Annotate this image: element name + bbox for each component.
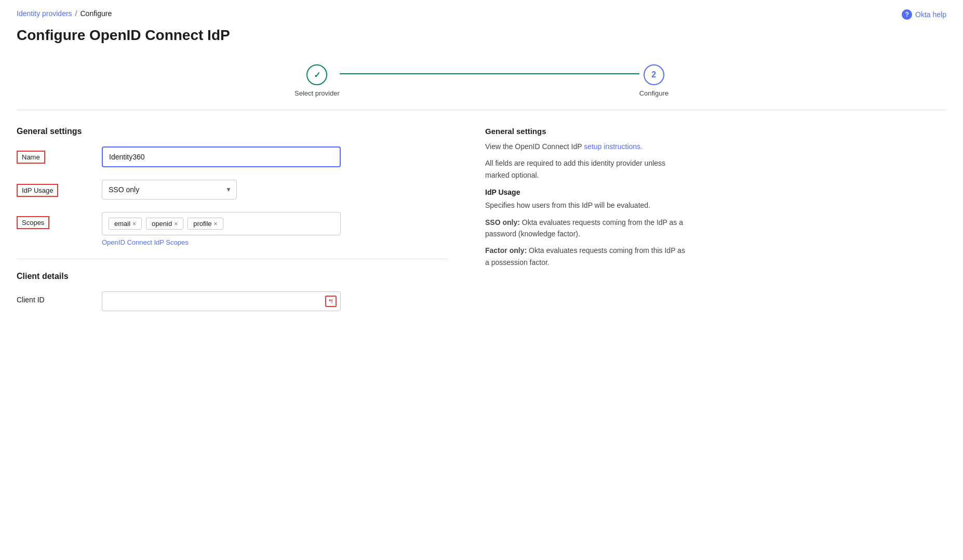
idp-usage-label: IdP Usage	[17, 184, 58, 197]
help-factor-only-text: Factor only: Okta evaluates requests com…	[485, 245, 687, 268]
name-label-wrapper: Name	[17, 146, 89, 164]
client-id-label: Client ID	[17, 296, 45, 304]
name-input-wrapper: Identity360	[102, 146, 341, 167]
help-sso-only-label: SSO only:	[485, 218, 520, 226]
idp-usage-field-row: IdP Usage SSO only Factor only ▼	[17, 180, 448, 199]
scopes-label-wrapper: Scopes	[17, 212, 89, 229]
stepper: ✓ Select provider 2 Configure	[0, 56, 963, 110]
setup-instructions-link[interactable]: setup instructions.	[584, 142, 643, 151]
help-idp-usage-title: IdP Usage	[485, 188, 687, 196]
tag-email: email ×	[109, 218, 142, 230]
idp-usage-label-wrapper: IdP Usage	[17, 180, 89, 197]
breadcrumb-identity-providers-link[interactable]: Identity providers	[17, 9, 72, 18]
tag-profile: profile ×	[188, 218, 223, 230]
name-input[interactable]: Identity360	[102, 146, 341, 167]
help-intro-text: View the OpenID Connect IdP setup instru…	[485, 141, 687, 152]
help-link-text: Okta help	[915, 10, 946, 19]
help-sso-only-text: SSO only: Okta evaluates requests coming…	[485, 217, 687, 240]
help-panel-title: General settings	[485, 127, 687, 136]
scopes-input-wrapper: email × openid × profile × OpenID Connec…	[102, 212, 341, 246]
tag-openid-remove[interactable]: ×	[174, 221, 178, 227]
client-id-label-wrapper: Client ID	[17, 291, 89, 304]
general-settings-title: General settings	[17, 127, 448, 136]
tag-profile-remove[interactable]: ×	[214, 221, 218, 227]
tag-email-label: email	[114, 220, 130, 228]
breadcrumb-separator: /	[75, 9, 77, 18]
breadcrumb-current: Configure	[81, 9, 112, 18]
step-1-circle: ✓	[306, 64, 327, 85]
step-2-circle: 2	[644, 64, 664, 85]
okta-help-link[interactable]: ? Okta help	[902, 9, 946, 20]
idp-usage-select[interactable]: SSO only Factor only	[102, 180, 237, 199]
form-area: General settings Name Identity360 IdP Us…	[17, 127, 469, 324]
client-id-input[interactable]	[102, 291, 341, 311]
step-2-label: Configure	[639, 89, 668, 97]
client-details-title: Client details	[17, 272, 448, 281]
name-label: Name	[17, 151, 45, 164]
tag-profile-label: profile	[193, 220, 211, 228]
scopes-tags-container[interactable]: email × openid × profile ×	[102, 212, 341, 235]
client-id-input-wrapper: *!	[102, 291, 341, 311]
step-1-label: Select provider	[295, 89, 340, 97]
idp-usage-select-wrapper: SSO only Factor only ▼	[102, 180, 237, 199]
name-field-row: Name Identity360	[17, 146, 448, 167]
breadcrumb: Identity providers / Configure	[0, 0, 963, 23]
step-connector-line	[340, 73, 639, 74]
step-2: 2 Configure	[639, 64, 668, 97]
idp-usage-input-wrapper: SSO only Factor only ▼	[102, 180, 341, 199]
help-idp-usage-description: Specifies how users from this IdP will b…	[485, 199, 687, 211]
tag-email-remove[interactable]: ×	[132, 221, 136, 227]
help-factor-only-label: Factor only:	[485, 246, 527, 255]
help-icon: ?	[902, 9, 912, 20]
general-settings-section: General settings Name Identity360 IdP Us…	[17, 127, 448, 246]
help-panel: General settings View the OpenID Connect…	[469, 127, 687, 324]
scopes-label: Scopes	[17, 216, 49, 229]
form-section-divider	[17, 259, 448, 259]
tag-openid: openid ×	[146, 218, 183, 230]
scopes-field-row: Scopes email × openid × profile	[17, 212, 448, 246]
scopes-link[interactable]: OpenID Connect IdP Scopes	[102, 238, 341, 246]
tag-openid-label: openid	[152, 220, 172, 228]
page-title: Configure OpenID Connect IdP	[0, 23, 963, 56]
required-badge: *!	[325, 296, 337, 307]
step-1: ✓ Select provider	[295, 64, 340, 97]
client-details-section: Client details Client ID *!	[17, 272, 448, 311]
help-fields-required-text: All fields are required to add this iden…	[485, 157, 687, 181]
client-id-field-row: Client ID *!	[17, 291, 448, 311]
